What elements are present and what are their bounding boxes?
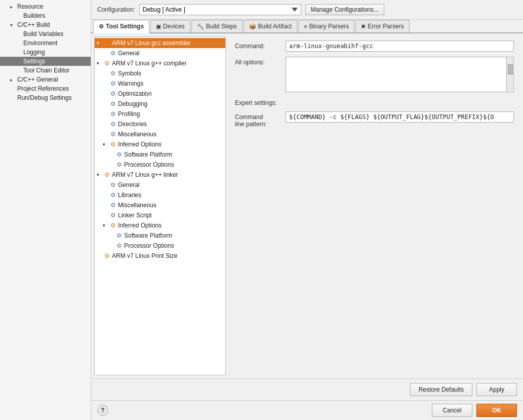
tree-item-software-platform2[interactable]: ⚙ Software Platform [95, 231, 225, 241]
tree-item-software-platform1[interactable]: ⚙ Software Platform [95, 149, 225, 160]
tree-item-arm-gpp-linker[interactable]: ▾ ⚙ ARM v7 Linux g++ linker [95, 170, 225, 180]
sidebar-item-resource[interactable]: ▸ Resource [0, 2, 91, 11]
general1-label: General [118, 50, 140, 57]
arm-assembler-label: ARM v7 Linux gcc assembler [112, 40, 190, 47]
tree-item-inferred-options1[interactable]: ▾ ⚙ Inferred Options [95, 139, 225, 149]
footer-actions: Cancel OK [432, 404, 517, 417]
miscellaneous1-icon: ⚙ [109, 131, 116, 138]
all-options-scrollbar [507, 57, 514, 92]
tree-item-optimization[interactable]: ⚙ Optimization [95, 89, 225, 99]
tree-item-general1[interactable]: ⚙ General [95, 48, 225, 58]
all-options-wrapper [286, 57, 514, 92]
command-field-row: Command: [235, 41, 514, 52]
tree-item-miscellaneous2[interactable]: ⚙ Miscellaneous [95, 200, 225, 210]
sidebar-item-builders[interactable]: Builders [0, 11, 91, 20]
sidebar-item-run-debug-settings[interactable]: Run/Debug Settings [0, 93, 91, 102]
tab-error-parsers-label: Error Parsers [368, 23, 404, 30]
sidebar-item-build-variables[interactable]: Build Variables [0, 29, 91, 39]
tree-item-libraries[interactable]: ⚙ Libraries [95, 190, 225, 200]
config-row: Configuration: Debug [ Active ] Manage C… [91, 0, 523, 20]
tree-item-inferred-options2[interactable]: ▾ ⚙ Inferred Options [95, 220, 225, 231]
config-select[interactable]: Debug [ Active ] [139, 4, 301, 15]
tab-tool-settings[interactable]: ⚙ Tool Settings [93, 20, 149, 33]
binary-parsers-tab-icon: ≡ [304, 23, 307, 29]
sidebar: ▸ Resource Builders ▾ C/C++ Build Build … [0, 0, 91, 420]
devices-tab-icon: ▣ [156, 23, 161, 30]
linker-script-label: Linker Script [118, 212, 152, 219]
optimization-label: Optimization [118, 90, 152, 97]
sidebar-item-settings-label: Settings [23, 58, 45, 65]
tree-item-arm-gpp-compiler[interactable]: ▾ ⚙ ARM v7 Linux g++ compiler [95, 58, 225, 68]
sidebar-item-project-references[interactable]: Project References [0, 84, 91, 93]
tree-item-miscellaneous1[interactable]: ⚙ Miscellaneous [95, 129, 225, 139]
ok-button[interactable]: OK [476, 404, 517, 417]
apply-button[interactable]: Apply [476, 383, 517, 396]
sidebar-item-logging[interactable]: Logging [0, 48, 91, 57]
inferred-options1-label: Inferred Options [118, 141, 162, 148]
help-button[interactable]: ? [97, 405, 108, 416]
tree-item-warnings[interactable]: ⚙ Warnings [95, 79, 225, 89]
tree-item-symbols[interactable]: ⚙ Symbols [95, 68, 225, 79]
tree-item-arm-assembler[interactable]: ▾ ⚙ ARM v7 Linux gcc assembler [95, 38, 225, 48]
arm-gpp-linker-icon: ⚙ [103, 171, 110, 178]
tree-item-profiling[interactable]: ⚙ Profiling [95, 109, 225, 119]
general2-label: General [118, 181, 140, 188]
scrollbar-thumb [508, 64, 513, 74]
general2-icon: ⚙ [109, 181, 116, 188]
general1-icon: ⚙ [109, 50, 116, 57]
sidebar-item-logging-label: Logging [23, 49, 45, 56]
bottom-bar: Restore Defaults Apply [91, 378, 523, 400]
sidebar-item-cpp-general[interactable]: ▸ C/C++ General [0, 75, 91, 84]
tab-binary-parsers[interactable]: ≡ Binary Parsers [298, 20, 354, 32]
command-line-pattern-input[interactable] [286, 111, 514, 123]
footer-bar: ? Cancel OK [91, 400, 523, 420]
tree-item-arm-print-size[interactable]: ⚙ ARM v7 Linux Print Size [95, 251, 225, 261]
debugging-icon: ⚙ [109, 100, 116, 107]
tab-build-steps-label: Build Steps [206, 23, 237, 30]
sidebar-item-settings[interactable]: Settings [0, 57, 91, 66]
sidebar-item-cpp-build[interactable]: ▾ C/C++ Build [0, 20, 91, 29]
debugging-label: Debugging [118, 100, 147, 107]
all-options-label: All options: [235, 57, 280, 66]
arm-gpp-compiler-icon: ⚙ [103, 60, 110, 67]
miscellaneous1-label: Miscellaneous [118, 131, 156, 138]
tab-devices[interactable]: ▣ Devices [150, 20, 190, 32]
restore-defaults-button[interactable]: Restore Defaults [410, 383, 472, 396]
tab-build-artifact[interactable]: 📦 Build Artifact [244, 20, 298, 32]
command-line-pattern-label: Command line pattern: [235, 111, 280, 128]
sidebar-item-builders-label: Builders [23, 12, 45, 19]
inferred-options2-icon: ⚙ [109, 222, 116, 229]
sidebar-item-environment[interactable]: Environment [0, 39, 91, 48]
tool-settings-tab-icon: ⚙ [99, 23, 104, 30]
tab-error-parsers[interactable]: ✖ Error Parsers [355, 20, 409, 32]
warnings-label: Warnings [118, 80, 143, 87]
inferred-options1-icon: ⚙ [109, 141, 116, 148]
tree-item-debugging[interactable]: ⚙ Debugging [95, 99, 225, 109]
sidebar-item-cpp-general-label: C/C++ General [17, 76, 58, 83]
tree-item-linker-script[interactable]: ⚙ Linker Script [95, 210, 225, 220]
expert-settings-row: Expert settings: [235, 97, 514, 106]
tree-item-general2[interactable]: ⚙ General [95, 180, 225, 190]
tree-panel: ▾ ⚙ ARM v7 Linux gcc assembler ⚙ General… [94, 36, 226, 375]
profiling-icon: ⚙ [109, 110, 116, 118]
directories-label: Directories [118, 121, 147, 128]
cancel-button[interactable]: Cancel [432, 404, 472, 417]
tree-item-directories[interactable]: ⚙ Directories [95, 119, 225, 129]
manage-configurations-button[interactable]: Manage Configurations... [305, 4, 384, 15]
libraries-icon: ⚙ [109, 192, 116, 199]
build-artifact-tab-icon: 📦 [249, 23, 256, 30]
symbols-icon: ⚙ [109, 70, 116, 77]
command-input[interactable] [286, 41, 514, 52]
build-steps-tab-icon: 🔨 [197, 23, 204, 30]
all-options-textarea[interactable] [286, 57, 507, 92]
warnings-icon: ⚙ [109, 80, 116, 87]
error-parsers-tab-icon: ✖ [361, 23, 366, 30]
software-platform2-icon: ⚙ [115, 232, 123, 239]
tab-build-steps[interactable]: 🔨 Build Steps [191, 20, 243, 32]
tab-tool-settings-label: Tool Settings [106, 23, 144, 30]
tree-item-processor-options1[interactable]: ⚙ Processor Options [95, 160, 225, 170]
sidebar-item-toolchain-editor-label: Tool Chain Editor [23, 67, 69, 74]
directories-icon: ⚙ [109, 121, 116, 128]
sidebar-item-toolchain-editor[interactable]: Tool Chain Editor [0, 66, 91, 75]
tree-item-processor-options2[interactable]: ⚙ Processor Options [95, 241, 225, 251]
